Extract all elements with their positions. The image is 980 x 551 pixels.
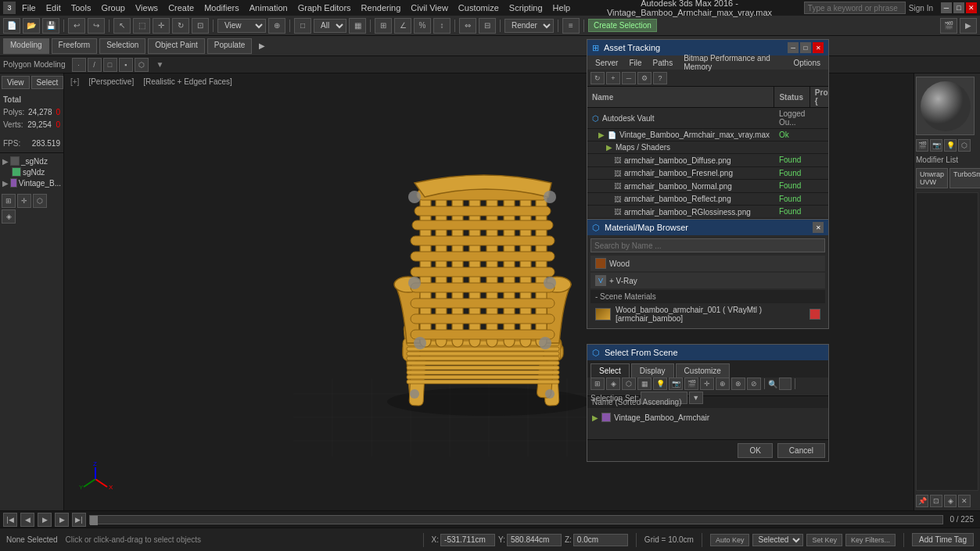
minimize-button[interactable]: ─ [941,2,952,13]
edge-mode-button[interactable]: / [88,58,102,72]
freeform-tab[interactable]: Freeform [52,38,98,54]
snap-toggle-button[interactable]: ⊞ [375,18,392,34]
auto-key-button[interactable]: Auto Key [710,534,750,546]
menu-create[interactable]: Create [163,2,199,14]
asset-table-scroll[interactable]: Name Status Proxy { ⬡ Autodesk Vault Log… [587,87,828,219]
open-file-button[interactable]: 📂 [23,18,40,34]
at-remove-button[interactable]: ─ [622,72,636,84]
populate-tab[interactable]: Populate [207,38,252,54]
ss-btn-2[interactable]: ◈ [606,377,620,390]
key-mode-dropdown[interactable]: Selected [752,534,803,546]
at-menu-options[interactable]: Options [789,58,825,68]
mat-close-button[interactable]: ✕ [813,222,824,233]
tool-icon-1[interactable]: ⊞ [2,194,16,208]
scale-button[interactable]: ⊡ [192,18,209,34]
menu-customize[interactable]: Customize [454,2,504,14]
key-filters-button[interactable]: Key Filters... [845,534,896,546]
add-time-tag-button[interactable]: Add Time Tag [912,533,974,546]
at-help-button[interactable]: ? [653,72,667,84]
select-region-button[interactable]: ⬚ [133,18,150,34]
camera-icon[interactable]: 📷 [930,139,942,152]
prev-frame-button[interactable]: ◀ [20,513,34,527]
turbosmooth-button[interactable]: TurboSmooth [949,168,980,188]
scene-root-item[interactable]: ▶ _sgNdz [2,156,61,166]
at-menu-server[interactable]: Server [591,58,623,68]
at-refresh-button[interactable]: ↻ [591,72,605,84]
render-icon[interactable]: 🎬 [916,139,928,152]
at-add-button[interactable]: + [606,72,620,84]
poly-mode-button[interactable]: ▪ [119,58,133,72]
rotate-button[interactable]: ↻ [172,18,189,34]
border-mode-button[interactable]: □ [103,58,117,72]
at-menu-file[interactable]: File [624,58,646,68]
select-object-button[interactable]: ↖ [113,18,131,34]
maximize-button[interactable]: □ [953,2,964,13]
close-button[interactable]: ✕ [966,2,977,13]
ss-btn-4[interactable]: ▦ [637,377,652,390]
mirror-button[interactable]: ⇔ [459,18,476,34]
scene-bamboo-item[interactable]: ▶ Vintage_B... [2,177,61,188]
at-close-button[interactable]: ✕ [813,42,824,53]
menu-rendering[interactable]: Rendering [357,2,406,14]
timeline-thumb[interactable] [90,516,98,525]
wood-bamboo-material-item[interactable]: Wood_bamboo_armchair_001 ( VRayMtl ) [ar… [591,303,825,325]
menu-edit[interactable]: Edit [41,2,66,14]
at-settings-button[interactable]: ⚙ [637,72,652,84]
ss-btn-3[interactable]: ⬡ [622,377,636,390]
move-button[interactable]: ✛ [153,18,170,34]
new-file-button[interactable]: 📄 [3,18,20,34]
spinner-snap-button[interactable]: ↕ [433,18,451,34]
pin-stack-button[interactable]: 📌 [916,495,928,507]
go-to-start-button[interactable]: |◀ [3,513,17,527]
undo-button[interactable]: ↩ [68,18,85,34]
mat-search-input[interactable] [591,238,825,252]
sign-in-link[interactable]: Sign In [909,4,933,13]
ss-btn-9[interactable]: ⊕ [716,377,730,390]
x-coord-input[interactable] [440,534,495,546]
select-filter-dropdown[interactable]: All [314,19,346,33]
play-button[interactable]: ▶ [38,513,52,527]
ss-btn-7[interactable]: 🎬 [684,377,698,390]
tool-icon-3[interactable]: ⬡ [33,194,47,208]
align-button[interactable]: ⊟ [479,18,496,34]
go-to-end-button[interactable]: ▶| [72,513,86,527]
vertex-mode-button[interactable]: · [72,58,86,72]
save-file-button[interactable]: 💾 [42,18,59,34]
keyword-search[interactable] [804,2,906,14]
vray-group-header[interactable]: V + V-Ray [591,273,825,288]
select-tab[interactable]: Select [591,363,630,377]
wood-group-header[interactable]: Wood [591,256,825,271]
ss-btn-8[interactable]: ✛ [700,377,714,390]
pivot-button[interactable]: ⊕ [268,18,285,34]
show-end-result-button[interactable]: ⊡ [930,495,942,507]
menu-animation[interactable]: Animation [245,2,293,14]
ok-button[interactable]: OK [738,443,772,458]
reference-coord-dropdown[interactable]: View World Screen [217,19,266,33]
ss-btn-1[interactable]: ⊞ [591,377,605,390]
ss-sel-set-btn[interactable]: ▼ [689,392,703,404]
tool-icon-4[interactable]: ◈ [2,209,16,224]
make-unique-button[interactable]: ◈ [944,495,957,507]
at-menu-bitmap[interactable]: Bitmap Performance and Memory [679,53,787,72]
selection-tab[interactable]: Selection [99,38,145,54]
z-coord-input[interactable] [573,534,628,546]
y-coord-input[interactable] [507,534,562,546]
layer-manager-button[interactable]: ≡ [562,18,580,34]
at-maximize-button[interactable]: □ [800,42,811,53]
geometry-icon[interactable]: ⬡ [958,139,971,152]
scene-child-item[interactable]: sgNdz [2,166,61,177]
modeling-tab[interactable]: Modeling [3,38,49,54]
menu-group[interactable]: Group [96,2,130,14]
unwrap-uvw-button[interactable]: Unwrap UVW [916,168,948,188]
menu-help[interactable]: Help [548,2,576,14]
at-menu-paths[interactable]: Paths [648,58,678,68]
view-button[interactable]: View [2,76,30,89]
select-by-name-button[interactable]: ▦ [349,18,366,34]
menu-tools[interactable]: Tools [66,2,96,14]
viewport-dropdown[interactable]: Render [504,19,554,33]
ss-btn-5[interactable]: 💡 [653,377,667,390]
more-tab[interactable]: ▶ [254,40,270,52]
select-button[interactable]: Select [31,76,64,89]
timeline-slider[interactable] [89,515,943,524]
tool-icon-2[interactable]: ✛ [17,194,31,208]
